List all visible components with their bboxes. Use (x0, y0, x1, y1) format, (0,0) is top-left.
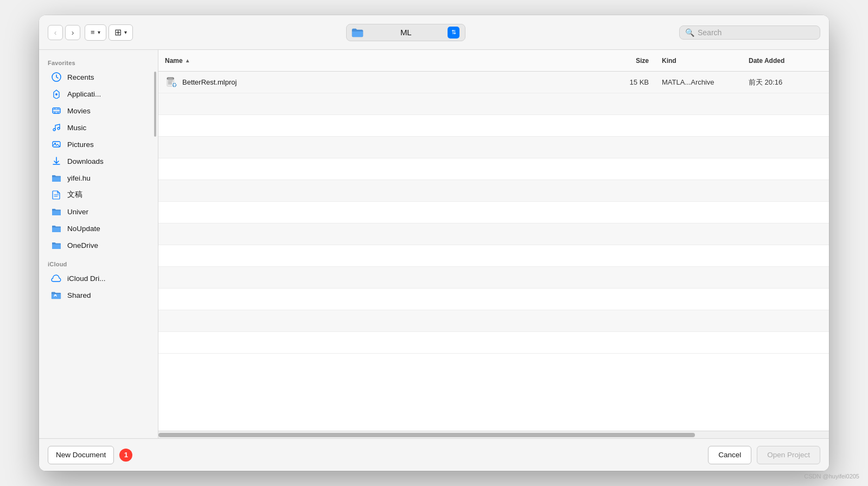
sort-arrow-icon: ▲ (185, 57, 190, 63)
sidebar-item-onedrive[interactable]: OneDrive (42, 237, 155, 253)
folder-onedrive-icon (51, 240, 62, 251)
sidebar-item-recents-label: Recents (67, 73, 94, 81)
sidebar-item-noupdate[interactable]: NoUpdate (42, 220, 155, 236)
photo-icon (51, 139, 62, 150)
sidebar-item-downloads[interactable]: Downloads (42, 153, 155, 169)
sidebar-scrollbar-thumb (154, 72, 156, 137)
sidebar-item-shared[interactable]: Shared (42, 287, 155, 303)
shared-folder-icon (51, 290, 62, 300)
grid-view-button[interactable]: ⊞ ▾ (108, 24, 133, 41)
empty-row (158, 158, 829, 180)
sidebar-item-movies[interactable]: Movies (42, 103, 155, 119)
svg-point-12 (171, 78, 173, 79)
file-dialog: ‹ › ≡ ▾ ⊞ ▾ (39, 15, 829, 471)
svg-point-1 (55, 93, 58, 95)
col-header-size[interactable]: Size (590, 57, 655, 65)
file-size-cell: 15 KB (590, 78, 655, 86)
file-list-header: Name ▲ Size Kind Date Added (158, 50, 829, 72)
forward-icon: › (72, 28, 74, 37)
file-kind-cell: MATLA...Archive (655, 78, 742, 86)
folder-svg (352, 28, 363, 37)
sidebar-scrollbar (154, 50, 157, 438)
music-icon (51, 122, 62, 133)
back-icon: ‹ (54, 28, 57, 37)
sidebar: Favorites Recents (39, 50, 158, 438)
watermark: CSDN @huyifei0205 (804, 473, 859, 479)
col-header-name[interactable]: Name ▲ (158, 57, 590, 65)
download-icon (51, 156, 62, 167)
sidebar-item-applications[interactable]: Applicati... (42, 86, 155, 102)
clock-icon (51, 72, 62, 82)
bottom-right: Cancel Open Project (708, 446, 820, 464)
icloud-label: iCloud (39, 258, 158, 270)
sidebar-item-shared-label: Shared (67, 291, 91, 299)
sidebar-item-univer-label: Univer (67, 208, 88, 216)
empty-row (158, 202, 829, 223)
file-date-cell: 前天 20:16 (742, 78, 829, 87)
search-icon: 🔍 (685, 28, 694, 37)
sidebar-item-downloads-label: Downloads (67, 157, 104, 165)
folder-noupdate-icon (51, 223, 62, 234)
location-bar[interactable]: ML ⇅ (346, 24, 465, 41)
svg-point-11 (170, 78, 171, 79)
h-scrollbar-thumb (158, 433, 695, 437)
empty-row (158, 289, 829, 310)
sidebar-item-yifei[interactable]: yifei.hu (42, 170, 155, 186)
view-buttons: ≡ ▾ ⊞ ▾ (85, 24, 133, 41)
new-document-button[interactable]: New Document (48, 446, 114, 464)
forward-button[interactable]: › (65, 25, 80, 40)
empty-row (158, 223, 829, 245)
empty-row (158, 245, 829, 267)
updown-icon: ⇅ (451, 29, 456, 35)
sidebar-item-music[interactable]: Music (42, 119, 155, 136)
grid-view-chevron: ▾ (124, 29, 127, 35)
sidebar-item-movies-label: Movies (67, 107, 91, 115)
list-view-button[interactable]: ≡ ▾ (85, 24, 106, 41)
toolbar: ‹ › ≡ ▾ ⊞ ▾ (39, 15, 829, 50)
svg-point-10 (169, 78, 170, 79)
file-name: BetterRest.mlproj (182, 78, 237, 86)
list-view-chevron: ▾ (98, 29, 100, 35)
sidebar-item-applications-label: Applicati... (67, 90, 101, 98)
empty-row (158, 332, 829, 354)
svg-rect-22 (175, 84, 176, 85)
sidebar-item-noupdate-label: NoUpdate (67, 225, 100, 233)
notification-badge: 1 (119, 449, 132, 462)
empty-row (158, 310, 829, 332)
horizontal-scrollbar[interactable] (158, 431, 829, 438)
back-button[interactable]: ‹ (48, 25, 63, 40)
svg-rect-13 (168, 80, 173, 81)
col-header-kind[interactable]: Kind (655, 57, 742, 65)
table-row[interactable]: BetterRest.mlproj 15 KB MATLA...Archive … (158, 72, 829, 93)
sidebar-item-yifei-label: yifei.hu (67, 174, 91, 182)
search-bar[interactable]: 🔍 (679, 25, 820, 40)
sidebar-item-pictures[interactable]: Pictures (42, 136, 155, 152)
favorites-label: Favorites (39, 56, 158, 68)
location-name: ML (368, 28, 443, 37)
search-input[interactable] (698, 28, 806, 37)
sidebar-item-recents[interactable]: Recents (42, 69, 155, 85)
location-folder-icon (351, 27, 364, 38)
empty-row (158, 115, 829, 137)
sidebar-item-pictures-label: Pictures (67, 140, 94, 149)
nav-buttons: ‹ › (48, 25, 80, 40)
svg-point-7 (55, 295, 56, 296)
svg-rect-2 (53, 108, 60, 113)
col-header-date-added[interactable]: Date Added (742, 57, 829, 65)
sidebar-item-drafts[interactable]: 文稿 (42, 187, 155, 203)
empty-row (158, 180, 829, 202)
sidebar-item-univer[interactable]: Univer (42, 203, 155, 220)
mlproj-file-icon (165, 76, 178, 89)
svg-rect-15 (168, 83, 173, 84)
open-project-button[interactable]: Open Project (757, 446, 820, 464)
file-rows: BetterRest.mlproj 15 KB MATLA...Archive … (158, 72, 829, 431)
bottom-bar: New Document 1 Cancel Open Project (39, 438, 829, 471)
empty-row (158, 93, 829, 115)
grid-view-icon: ⊞ (114, 27, 122, 37)
sidebar-item-icloud-drive[interactable]: iCloud Dri... (42, 270, 155, 286)
svg-rect-14 (168, 82, 172, 82)
cancel-button[interactable]: Cancel (708, 446, 751, 464)
file-name-cell: BetterRest.mlproj (158, 76, 590, 89)
folder-univer-icon (51, 206, 62, 217)
sidebar-item-icloud-drive-label: iCloud Dri... (67, 274, 106, 283)
